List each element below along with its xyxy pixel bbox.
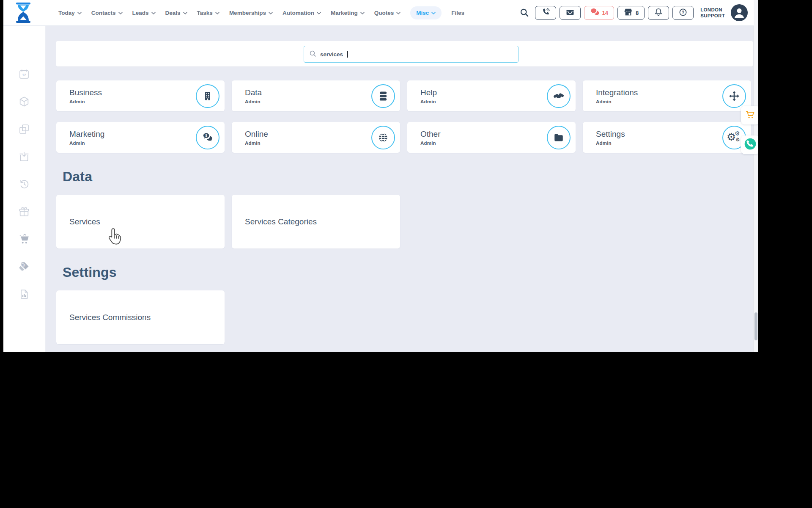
question-mark-icon: ? bbox=[678, 8, 688, 18]
chevron-down-icon bbox=[183, 12, 187, 14]
search-icon bbox=[309, 50, 316, 58]
text-cursor bbox=[347, 51, 348, 58]
tags-icon[interactable]: S bbox=[18, 261, 30, 273]
nav-item-today[interactable]: Today bbox=[58, 10, 82, 16]
search-value: services bbox=[320, 51, 343, 58]
database-icon bbox=[371, 84, 395, 108]
header-actions: 14 8 ? bbox=[519, 0, 748, 25]
section-heading-data: Data bbox=[63, 169, 92, 185]
nav-item-contacts[interactable]: Contacts bbox=[91, 10, 123, 16]
nav-item-tasks[interactable]: Tasks bbox=[197, 10, 219, 16]
top-navigation-bar: Today Contacts Leads Deals Tasks Members… bbox=[3, 0, 754, 26]
chat-count-badge: 14 bbox=[602, 10, 608, 16]
main-nav: Today Contacts Leads Deals Tasks Members… bbox=[58, 0, 464, 25]
handshake-icon bbox=[547, 84, 571, 108]
nav-item-marketing[interactable]: Marketing bbox=[331, 10, 365, 16]
whatsapp-fab[interactable] bbox=[741, 135, 758, 154]
card-services-commissions[interactable]: Services Commissions bbox=[56, 290, 225, 344]
inbox-button[interactable] bbox=[560, 6, 581, 20]
card-services-categories[interactable]: Services Categories bbox=[232, 195, 400, 248]
category-card-settings[interactable]: Settings Admin ⚙ ⚙ ⚙ bbox=[583, 122, 751, 153]
category-card-help[interactable]: Help Admin bbox=[407, 80, 576, 111]
gift-icon[interactable] bbox=[18, 206, 30, 218]
nav-item-files[interactable]: Files bbox=[451, 10, 464, 16]
svg-text:$: $ bbox=[205, 133, 207, 138]
nav-item-deals[interactable]: Deals bbox=[165, 10, 187, 16]
inbox-in-icon[interactable] bbox=[18, 151, 30, 163]
category-card-data[interactable]: Data Admin bbox=[232, 80, 400, 111]
nav-item-misc[interactable]: Misc bbox=[410, 6, 442, 19]
history-icon[interactable] bbox=[18, 178, 30, 190]
nav-item-automation[interactable]: Automation bbox=[283, 10, 321, 16]
storefront-icon bbox=[623, 7, 633, 18]
nav-item-quotes[interactable]: Quotes bbox=[374, 10, 401, 16]
cart-icon[interactable] bbox=[18, 233, 30, 245]
copy-icon[interactable] bbox=[18, 123, 30, 135]
app-window: Today Contacts Leads Deals Tasks Members… bbox=[3, 0, 758, 352]
money-chat-icon: $ bbox=[196, 126, 219, 149]
chat-button[interactable]: 14 bbox=[584, 6, 614, 20]
chevron-down-icon bbox=[360, 12, 365, 14]
services-search-input[interactable]: services bbox=[304, 46, 518, 63]
category-card-other[interactable]: Other Admin bbox=[407, 122, 576, 153]
package-icon[interactable] bbox=[18, 96, 30, 108]
phone-icon bbox=[541, 8, 550, 18]
chevron-down-icon bbox=[77, 12, 82, 14]
nav-item-leads[interactable]: Leads bbox=[132, 10, 156, 16]
section-heading-settings: Settings bbox=[63, 265, 117, 280]
inbox-tray-icon bbox=[565, 8, 575, 18]
category-card-business[interactable]: Business Admin bbox=[56, 80, 225, 111]
category-card-marketing[interactable]: Marketing Admin $ bbox=[56, 122, 225, 153]
page-scrollbar[interactable] bbox=[753, 0, 758, 352]
card-services[interactable]: Services bbox=[56, 195, 225, 248]
user-avatar[interactable] bbox=[731, 4, 748, 21]
help-button[interactable]: ? bbox=[672, 6, 694, 20]
category-card-integrations[interactable]: Integrations Admin bbox=[583, 80, 751, 111]
chevron-down-icon bbox=[431, 12, 436, 14]
chevron-down-icon bbox=[215, 12, 219, 14]
cart-fab[interactable] bbox=[741, 106, 758, 124]
phone-button[interactable] bbox=[535, 6, 556, 20]
scrollbar-thumb[interactable] bbox=[754, 312, 757, 340]
report-document-icon[interactable] bbox=[18, 288, 30, 300]
svg-text:?: ? bbox=[682, 10, 684, 14]
folder-icon bbox=[547, 126, 571, 149]
search-icon[interactable] bbox=[519, 8, 529, 18]
cart-icon bbox=[745, 109, 756, 121]
account-name: LONDON SUPPORT bbox=[700, 7, 725, 19]
chevron-down-icon bbox=[118, 12, 123, 14]
store-button[interactable]: 8 bbox=[617, 6, 645, 20]
chevron-down-icon bbox=[396, 12, 401, 14]
whatsapp-icon bbox=[743, 137, 757, 152]
left-icon-sidebar: 12 bbox=[3, 25, 46, 352]
bell-icon bbox=[654, 8, 663, 18]
category-card-online[interactable]: Online Admin bbox=[232, 122, 400, 153]
app-logo-icon[interactable] bbox=[12, 1, 35, 24]
svg-text:12: 12 bbox=[22, 73, 26, 77]
globe-icon bbox=[371, 126, 395, 149]
store-count-badge: 8 bbox=[636, 10, 639, 16]
chat-bubbles-icon bbox=[590, 7, 600, 18]
notifications-button[interactable] bbox=[648, 6, 669, 20]
arrows-move-icon bbox=[722, 84, 746, 108]
calendar-icon[interactable]: 12 bbox=[18, 68, 30, 80]
chevron-down-icon bbox=[269, 12, 273, 14]
chevron-down-icon bbox=[317, 12, 321, 14]
chevron-down-icon bbox=[151, 12, 156, 14]
nav-item-memberships[interactable]: Memberships bbox=[229, 10, 273, 16]
building-icon bbox=[196, 84, 219, 108]
